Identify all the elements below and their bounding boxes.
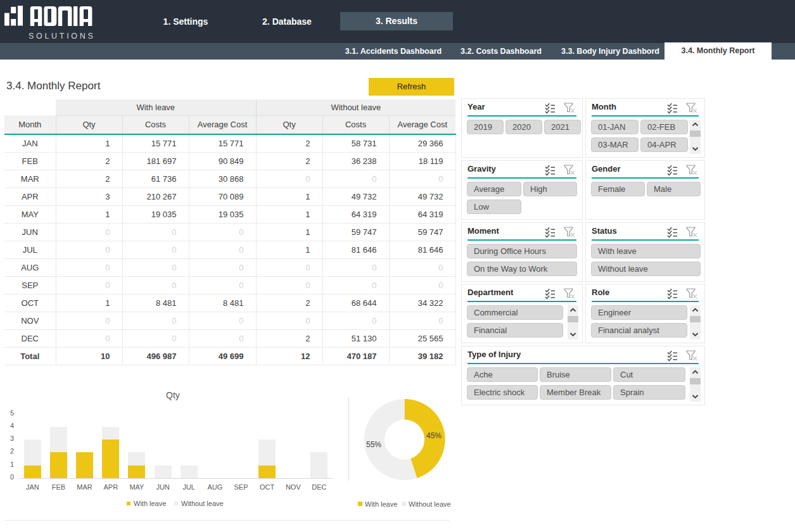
svg-text:45%: 45% xyxy=(426,431,442,440)
svg-text:55%: 55% xyxy=(366,440,381,449)
svg-text:SOLUTIONS: SOLUTIONS xyxy=(29,32,96,41)
